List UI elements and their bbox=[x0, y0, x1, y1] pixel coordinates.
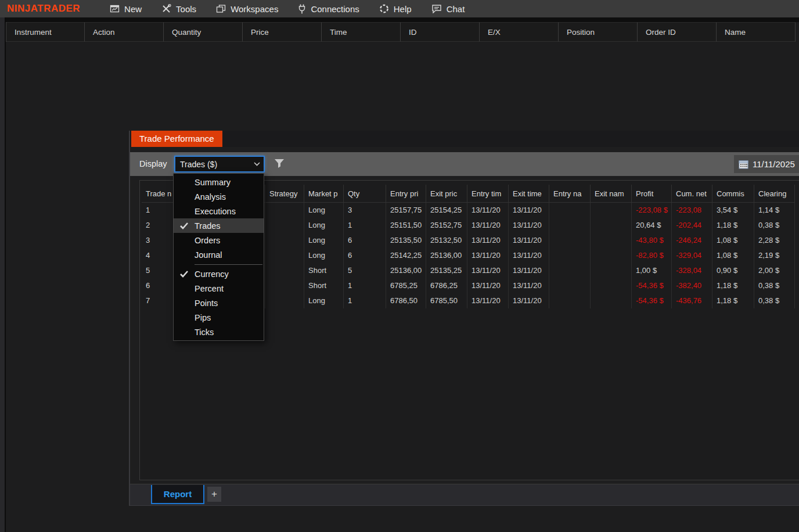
cell-exit-time: 13/11/20 bbox=[509, 203, 549, 218]
menu-item-workspaces[interactable]: Workspaces bbox=[206, 0, 288, 17]
cell-profit: 20,64 $ bbox=[632, 218, 672, 233]
cell-exit-name bbox=[591, 218, 632, 233]
menu-item-label: Points bbox=[195, 299, 218, 308]
cell-exit-price: 25154,25 bbox=[426, 203, 467, 218]
menu-item-executions[interactable]: Executions bbox=[174, 204, 264, 218]
column-header-exit-pric[interactable]: Exit pric bbox=[426, 185, 467, 203]
cell-trade: 1 bbox=[142, 203, 174, 218]
menu-item-label: Ticks bbox=[195, 328, 214, 337]
column-header-strategy[interactable]: Strategy bbox=[265, 185, 304, 203]
column-header-commis[interactable]: Commis bbox=[712, 185, 754, 203]
cell-entry-name bbox=[549, 278, 591, 293]
column-header-exit-time[interactable]: Exit time bbox=[509, 185, 549, 203]
column-header-market-p[interactable]: Market p bbox=[304, 185, 344, 203]
menu-item-trades[interactable]: Trades bbox=[174, 218, 264, 233]
cell-entry-name bbox=[549, 233, 591, 248]
cell-profit: -43,80 $ bbox=[632, 233, 672, 248]
cell-entry-time: 13/11/20 bbox=[467, 263, 509, 278]
column-header-name[interactable]: Name bbox=[717, 22, 796, 42]
column-header-entry-pri[interactable]: Entry pri bbox=[386, 185, 426, 203]
column-header-clearing[interactable]: Clearing bbox=[754, 185, 795, 203]
cell-profit: -223,08 $ bbox=[632, 203, 672, 218]
menu-item-ticks[interactable]: Ticks bbox=[174, 325, 264, 339]
menu-item-journal[interactable]: Journal bbox=[174, 247, 264, 262]
cell-strategy bbox=[265, 233, 304, 248]
cell-exit-name bbox=[591, 233, 632, 248]
column-header-order-id[interactable]: Order ID bbox=[638, 22, 717, 42]
menu-item-points[interactable]: Points bbox=[174, 296, 264, 310]
orders-grid-header: InstrumentActionQuantityPriceTimeIDE/XPo… bbox=[6, 22, 796, 42]
cell-entry-price: 25142,25 bbox=[386, 248, 426, 263]
cell-trade: 6 bbox=[142, 278, 174, 293]
menu-item-label: Help bbox=[394, 4, 412, 14]
menu-item-percent[interactable]: Percent bbox=[174, 281, 264, 296]
cell-entry-name bbox=[549, 263, 591, 278]
column-header-entry-tim[interactable]: Entry tim bbox=[467, 185, 509, 203]
cell-exit-price: 6785,50 bbox=[426, 293, 467, 308]
column-header-quantity[interactable]: Quantity bbox=[164, 22, 243, 42]
menu-item-currency[interactable]: Currency bbox=[174, 267, 264, 281]
column-header-price[interactable]: Price bbox=[243, 22, 322, 42]
menu-item-label: Summary bbox=[195, 178, 231, 187]
cell-entry-name bbox=[549, 203, 591, 218]
cell-commission: 1,18 $ bbox=[712, 218, 754, 233]
cell-trade: 4 bbox=[142, 248, 174, 263]
cell-trade: 5 bbox=[142, 263, 174, 278]
column-header-qty[interactable]: Qty bbox=[344, 185, 386, 203]
cell-position: Short bbox=[304, 278, 344, 293]
column-header-cum-net[interactable]: Cum. net bbox=[672, 185, 712, 203]
cell-clearing: 1,14 $ bbox=[754, 203, 795, 218]
cell-strategy bbox=[265, 203, 304, 218]
menu-item-label: Journal bbox=[195, 250, 222, 260]
menu-item-new[interactable]: New bbox=[100, 0, 152, 17]
trade-performance-toolbar: Display Trades ($) bbox=[130, 152, 799, 176]
column-header-exit-nam[interactable]: Exit nam bbox=[591, 185, 632, 203]
column-header-position[interactable]: Position bbox=[559, 22, 638, 42]
checkmark-icon bbox=[174, 222, 195, 229]
menu-item-tools[interactable]: Tools bbox=[152, 0, 206, 17]
menu-item-analysis[interactable]: Analysis bbox=[174, 189, 264, 204]
date-picker[interactable]: 11/11/2025 bbox=[734, 155, 799, 173]
column-header-action[interactable]: Action bbox=[85, 22, 164, 42]
menu-item-chat[interactable]: Chat bbox=[422, 0, 475, 17]
menu-bar: NINJATRADER NewToolsWorkspacesConnection… bbox=[0, 0, 799, 17]
filter-icon[interactable] bbox=[274, 159, 285, 171]
cell-exit-price: 25132,50 bbox=[426, 233, 467, 248]
column-header-time[interactable]: Time bbox=[322, 22, 401, 42]
display-dropdown[interactable]: Trades ($) bbox=[174, 156, 265, 172]
add-tab-button[interactable]: + bbox=[207, 487, 221, 502]
cell-entry-price: 25136,00 bbox=[386, 263, 426, 278]
cell-entry-price: 6785,25 bbox=[386, 278, 426, 293]
column-header-profit[interactable]: Profit bbox=[632, 185, 672, 203]
column-header-id[interactable]: ID bbox=[401, 22, 480, 42]
cell-entry-price: 25157,75 bbox=[386, 203, 426, 218]
cell-position: Long bbox=[304, 248, 344, 263]
date-value: 11/11/2025 bbox=[753, 159, 795, 169]
menu-item-pips[interactable]: Pips bbox=[174, 310, 264, 325]
cell-position: Long bbox=[304, 203, 344, 218]
menu-item-help[interactable]: Help bbox=[369, 0, 422, 17]
cell-entry-time: 13/11/20 bbox=[467, 278, 509, 293]
cell-clearing: 2,00 $ bbox=[754, 263, 795, 278]
tab-report[interactable]: Report bbox=[151, 485, 204, 504]
column-header-trade-n[interactable]: Trade n bbox=[142, 185, 174, 203]
trade-performance-titlebar[interactable]: Trade Performance bbox=[130, 131, 799, 147]
cell-profit: -82,80 $ bbox=[632, 248, 672, 263]
cell-qty: 1 bbox=[344, 293, 386, 308]
cell-qty: 6 bbox=[344, 248, 386, 263]
background-window-edge bbox=[0, 17, 6, 532]
column-header-instrument[interactable]: Instrument bbox=[6, 22, 85, 42]
cell-position: Long bbox=[304, 218, 344, 233]
menu-item-orders[interactable]: Orders bbox=[174, 233, 264, 247]
cell-position: Long bbox=[304, 293, 344, 308]
menu-item-summary[interactable]: Summary bbox=[174, 175, 264, 189]
display-label: Display bbox=[139, 152, 167, 176]
column-header-e-x[interactable]: E/X bbox=[480, 22, 559, 42]
chat-icon bbox=[431, 4, 442, 13]
display-dropdown-value: Trades ($) bbox=[175, 160, 250, 169]
cell-trade: 7 bbox=[142, 293, 174, 308]
trade-performance-title-tab[interactable]: Trade Performance bbox=[131, 131, 222, 147]
column-header-entry-na[interactable]: Entry na bbox=[549, 185, 591, 203]
menu-item-connections[interactable]: Connections bbox=[288, 0, 369, 17]
menu-item-label: Orders bbox=[195, 236, 220, 245]
